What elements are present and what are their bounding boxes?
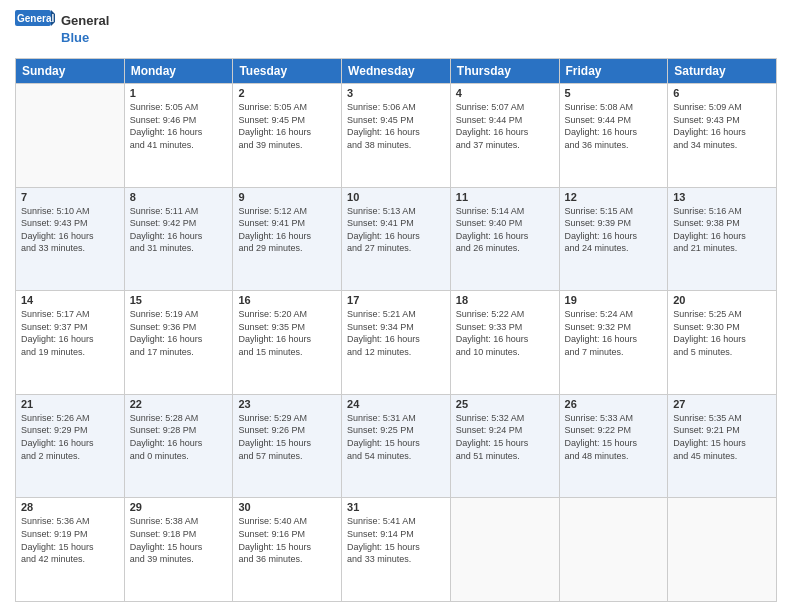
daylight-line2: and 34 minutes. — [673, 140, 737, 150]
day-number: 4 — [456, 87, 554, 99]
daylight-line1: Daylight: 16 hours — [130, 438, 203, 448]
week-row-4: 28Sunrise: 5:36 AMSunset: 9:19 PMDayligh… — [16, 498, 777, 602]
daylight-line2: and 39 minutes. — [130, 554, 194, 564]
daylight-line1: Daylight: 16 hours — [565, 127, 638, 137]
sunrise: Sunrise: 5:07 AM — [456, 102, 525, 112]
sunset: Sunset: 9:45 PM — [238, 115, 305, 125]
logo-text-blue: Blue — [61, 30, 109, 47]
header-cell-sunday: Sunday — [16, 59, 125, 84]
daylight-line1: Daylight: 16 hours — [347, 127, 420, 137]
header-cell-monday: Monday — [124, 59, 233, 84]
day-cell: 6Sunrise: 5:09 AMSunset: 9:43 PMDaylight… — [668, 84, 777, 188]
day-number: 18 — [456, 294, 554, 306]
daylight-line1: Daylight: 16 hours — [565, 334, 638, 344]
daylight-line1: Daylight: 15 hours — [565, 438, 638, 448]
sunrise: Sunrise: 5:08 AM — [565, 102, 634, 112]
sunset: Sunset: 9:41 PM — [347, 218, 414, 228]
daylight-line2: and 29 minutes. — [238, 243, 302, 253]
daylight-line2: and 27 minutes. — [347, 243, 411, 253]
daylight-line2: and 42 minutes. — [21, 554, 85, 564]
daylight-line1: Daylight: 16 hours — [21, 438, 94, 448]
sunrise: Sunrise: 5:29 AM — [238, 413, 307, 423]
day-cell: 29Sunrise: 5:38 AMSunset: 9:18 PMDayligh… — [124, 498, 233, 602]
sunrise: Sunrise: 5:21 AM — [347, 309, 416, 319]
sunrise: Sunrise: 5:14 AM — [456, 206, 525, 216]
day-number: 2 — [238, 87, 336, 99]
daylight-line2: and 36 minutes. — [238, 554, 302, 564]
day-number: 24 — [347, 398, 445, 410]
sunset: Sunset: 9:26 PM — [238, 425, 305, 435]
sunrise: Sunrise: 5:05 AM — [238, 102, 307, 112]
day-info: Sunrise: 5:25 AMSunset: 9:30 PMDaylight:… — [673, 308, 771, 358]
daylight-line1: Daylight: 15 hours — [21, 542, 94, 552]
day-cell — [559, 498, 668, 602]
day-cell: 7Sunrise: 5:10 AMSunset: 9:43 PMDaylight… — [16, 187, 125, 291]
sunset: Sunset: 9:33 PM — [456, 322, 523, 332]
day-number: 12 — [565, 191, 663, 203]
day-info: Sunrise: 5:13 AMSunset: 9:41 PMDaylight:… — [347, 205, 445, 255]
day-cell: 3Sunrise: 5:06 AMSunset: 9:45 PMDaylight… — [342, 84, 451, 188]
daylight-line1: Daylight: 16 hours — [130, 231, 203, 241]
daylight-line2: and 37 minutes. — [456, 140, 520, 150]
svg-text:General: General — [17, 13, 54, 24]
daylight-line2: and 19 minutes. — [21, 347, 85, 357]
day-info: Sunrise: 5:40 AMSunset: 9:16 PMDaylight:… — [238, 515, 336, 565]
sunset: Sunset: 9:28 PM — [130, 425, 197, 435]
daylight-line1: Daylight: 15 hours — [347, 438, 420, 448]
day-info: Sunrise: 5:32 AMSunset: 9:24 PMDaylight:… — [456, 412, 554, 462]
day-info: Sunrise: 5:08 AMSunset: 9:44 PMDaylight:… — [565, 101, 663, 151]
sunrise: Sunrise: 5:20 AM — [238, 309, 307, 319]
day-info: Sunrise: 5:20 AMSunset: 9:35 PMDaylight:… — [238, 308, 336, 358]
day-cell: 30Sunrise: 5:40 AMSunset: 9:16 PMDayligh… — [233, 498, 342, 602]
day-cell: 15Sunrise: 5:19 AMSunset: 9:36 PMDayligh… — [124, 291, 233, 395]
day-number: 14 — [21, 294, 119, 306]
daylight-line2: and 41 minutes. — [130, 140, 194, 150]
week-row-2: 14Sunrise: 5:17 AMSunset: 9:37 PMDayligh… — [16, 291, 777, 395]
day-cell: 28Sunrise: 5:36 AMSunset: 9:19 PMDayligh… — [16, 498, 125, 602]
day-number: 22 — [130, 398, 228, 410]
sunrise: Sunrise: 5:38 AM — [130, 516, 199, 526]
sunrise: Sunrise: 5:13 AM — [347, 206, 416, 216]
sunset: Sunset: 9:44 PM — [456, 115, 523, 125]
day-info: Sunrise: 5:14 AMSunset: 9:40 PMDaylight:… — [456, 205, 554, 255]
day-cell: 22Sunrise: 5:28 AMSunset: 9:28 PMDayligh… — [124, 394, 233, 498]
daylight-line2: and 39 minutes. — [238, 140, 302, 150]
day-info: Sunrise: 5:15 AMSunset: 9:39 PMDaylight:… — [565, 205, 663, 255]
daylight-line1: Daylight: 16 hours — [238, 334, 311, 344]
sunrise: Sunrise: 5:15 AM — [565, 206, 634, 216]
day-cell: 12Sunrise: 5:15 AMSunset: 9:39 PMDayligh… — [559, 187, 668, 291]
daylight-line1: Daylight: 15 hours — [130, 542, 203, 552]
day-info: Sunrise: 5:09 AMSunset: 9:43 PMDaylight:… — [673, 101, 771, 151]
day-info: Sunrise: 5:12 AMSunset: 9:41 PMDaylight:… — [238, 205, 336, 255]
daylight-line2: and 38 minutes. — [347, 140, 411, 150]
day-cell: 10Sunrise: 5:13 AMSunset: 9:41 PMDayligh… — [342, 187, 451, 291]
day-cell: 27Sunrise: 5:35 AMSunset: 9:21 PMDayligh… — [668, 394, 777, 498]
sunset: Sunset: 9:45 PM — [347, 115, 414, 125]
sunrise: Sunrise: 5:11 AM — [130, 206, 199, 216]
sunrise: Sunrise: 5:16 AM — [673, 206, 742, 216]
day-cell: 17Sunrise: 5:21 AMSunset: 9:34 PMDayligh… — [342, 291, 451, 395]
daylight-line2: and 7 minutes. — [565, 347, 624, 357]
day-number: 29 — [130, 501, 228, 513]
logo-svg: General — [15, 10, 55, 50]
sunset: Sunset: 9:32 PM — [565, 322, 632, 332]
sunset: Sunset: 9:42 PM — [130, 218, 197, 228]
sunset: Sunset: 9:19 PM — [21, 529, 88, 539]
daylight-line1: Daylight: 16 hours — [456, 334, 529, 344]
day-info: Sunrise: 5:22 AMSunset: 9:33 PMDaylight:… — [456, 308, 554, 358]
header-cell-saturday: Saturday — [668, 59, 777, 84]
logo: General General Blue — [15, 10, 109, 50]
daylight-line1: Daylight: 16 hours — [673, 231, 746, 241]
sunset: Sunset: 9:24 PM — [456, 425, 523, 435]
day-number: 6 — [673, 87, 771, 99]
daylight-line2: and 48 minutes. — [565, 451, 629, 461]
daylight-line1: Daylight: 16 hours — [21, 231, 94, 241]
sunrise: Sunrise: 5:31 AM — [347, 413, 416, 423]
day-info: Sunrise: 5:38 AMSunset: 9:18 PMDaylight:… — [130, 515, 228, 565]
daylight-line1: Daylight: 15 hours — [347, 542, 420, 552]
sunset: Sunset: 9:30 PM — [673, 322, 740, 332]
day-number: 28 — [21, 501, 119, 513]
sunset: Sunset: 9:39 PM — [565, 218, 632, 228]
daylight-line2: and 10 minutes. — [456, 347, 520, 357]
sunrise: Sunrise: 5:25 AM — [673, 309, 742, 319]
